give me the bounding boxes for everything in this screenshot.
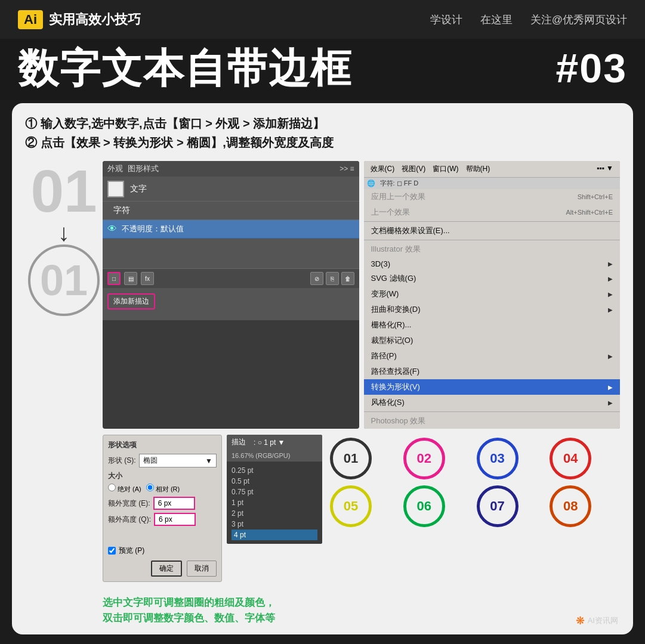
doc-settings[interactable]: 文档栅格效果设置(E)... — [364, 223, 621, 239]
step1-text: ① 输入数字,选中数字,点击【窗口 > 外观 > 添加新描边】 — [25, 114, 620, 133]
menu-divider-1 — [364, 221, 621, 222]
menu-effects[interactable]: 效果(C) — [367, 163, 399, 175]
menu-window[interactable]: 窗口(W) — [429, 163, 462, 175]
cancel-button[interactable]: 取消 — [187, 561, 217, 577]
header-title-block: Ai 实用高效小技巧 — [18, 10, 141, 29]
circle-02: 02 — [403, 438, 445, 479]
stroke-2pt: 2 pt — [232, 508, 317, 519]
add-stroke-container: 添加新描边 — [103, 288, 359, 312]
add-stroke-btn[interactable]: 添加新描边 — [107, 293, 155, 309]
ap-text-row: 文字 — [103, 177, 359, 202]
abs-radio[interactable] — [108, 484, 116, 491]
stroke-panel: 描边 : ○ 1 pt ▼ 16.67% (RGB/GPU) 0.25 pt 0… — [227, 435, 322, 544]
fx-icon-btn[interactable]: fx — [141, 272, 154, 285]
convert-shape[interactable]: 转换为形状(V) ▶ 矩形(R)... 圆角矩形(D)... 椭圆(E)... — [364, 379, 621, 395]
shape-label: 形状 (S): — [108, 456, 136, 466]
effects-menu-bar: 效果(C) 视图(V) 窗口(W) 帮助(H) ▪▪▪ ▼ — [364, 161, 621, 178]
rasterize[interactable]: 栅格化(R)... — [364, 317, 621, 333]
appearance-panel-body: 文字 字符 👁 不透明度：默认值 □ — [103, 177, 359, 320]
header-right: 学设计 在这里 关注@优秀网页设计 — [430, 13, 627, 27]
circle-06: 06 — [403, 485, 445, 527]
roughen[interactable]: 风格化(S) ▶ — [364, 395, 621, 410]
watermark-flower-icon: ❋ — [576, 614, 585, 627]
effect-3d[interactable]: 3D(3) ▶ — [364, 257, 621, 271]
circle-03: 03 — [477, 438, 519, 479]
content-card: ① 输入数字,选中数字,点击【窗口 > 外观 > 添加新描边】 ② 点击【效果 … — [12, 103, 633, 634]
warp[interactable]: 扭曲和变换(D) ▶ — [364, 302, 621, 317]
size-section-label: 大小 — [108, 471, 217, 481]
ap-char-row: 字符 — [103, 202, 359, 220]
bottom-desc-line1: 选中文字即可调整圆圈的粗细及颜色， — [103, 595, 620, 611]
stroke-0.25pt: 0.25 pt — [232, 465, 317, 476]
tutorial-main: 01 ↓ 01 外观 图形样式 >> ≡ — [25, 161, 620, 626]
shape-value: 椭圆 — [143, 456, 158, 466]
main-title-section: 数字文本自带边框 #03 — [0, 39, 645, 100]
preview-row: 预览 (P) — [108, 546, 217, 556]
header-bar: Ai 实用高效小技巧 学设计 在这里 关注@优秀网页设计 — [0, 0, 645, 39]
big-num-1: 01 — [30, 161, 97, 221]
svg-filters[interactable]: SVG 滤镜(G) ▶ — [364, 271, 621, 286]
circle-01: 01 — [330, 438, 372, 479]
stroke-3pt: 3 pt — [232, 519, 317, 530]
ap-bottom-bar: □ ▤ fx ⊘ ⎘ 🗑 — [103, 268, 359, 288]
effects-panel-body: 效果(C) 视图(V) 窗口(W) 帮助(H) ▪▪▪ ▼ 🌐 字符: ◻ FF… — [364, 161, 621, 429]
ap-char-label: 字符 — [113, 205, 130, 216]
tool-label: 字符: ◻ FF D — [380, 179, 419, 188]
trash-icon-btn[interactable]: 🗑 — [341, 272, 354, 285]
rel-radio-label[interactable]: 相对 (R) — [146, 484, 180, 494]
shape-style-tab: 图形样式 — [128, 163, 159, 174]
stroke-1pt: 1 pt — [232, 497, 317, 508]
big-num-circle: 01 — [28, 244, 100, 316]
preview-checkbox[interactable] — [108, 547, 116, 555]
menu-divider-2 — [364, 240, 621, 240]
shape-row: 形状 (S): 椭圆 ▼ — [108, 454, 217, 467]
icon-group-right: ⊘ ⎘ 🗑 — [310, 272, 354, 285]
bottom-row: 形状选项 形状 (S): 椭圆 ▼ 大小 绝对 (A) — [103, 435, 620, 582]
layer-icon-btn[interactable]: ▤ — [124, 272, 137, 285]
no-icon-btn[interactable]: ⊘ — [310, 272, 323, 285]
tool-bar: 🌐 字符: ◻ FF D — [364, 178, 621, 189]
ap-opacity-row: 👁 不透明度：默认值 — [103, 220, 359, 239]
extra-width-label: 额外宽度 (E): — [108, 499, 150, 509]
globe-icon: 🌐 — [367, 179, 375, 187]
stroke-weight-display: : ○ 1 pt ▼ — [254, 438, 285, 447]
menu-extra: ▪▪▪ ▼ — [593, 163, 617, 175]
eye-icon: 👁 — [107, 224, 117, 234]
copy-icon-btn[interactable]: ⎘ — [326, 272, 339, 285]
crop-marks[interactable]: 裁型标记(O) — [364, 333, 621, 348]
size-radio-group: 绝对 (A) 相对 (R) — [108, 484, 217, 494]
abs-radio-label[interactable]: 绝对 (A) — [108, 484, 141, 494]
header-follow: 关注@优秀网页设计 — [530, 13, 627, 27]
dialog-btn-row: 确定 取消 — [108, 561, 217, 577]
watermark-text: AI资讯网 — [588, 615, 618, 626]
extra-height-input[interactable] — [154, 513, 196, 526]
circle-07: 07 — [477, 485, 519, 527]
menu-view[interactable]: 视图(V) — [398, 163, 429, 175]
watermark: ❋ AI资讯网 — [576, 614, 618, 627]
rel-radio[interactable] — [146, 484, 154, 491]
extra-width-input[interactable] — [153, 497, 195, 510]
extra-height-label: 额外高度 (Q): — [108, 515, 151, 525]
preview-label: 预览 (P) — [119, 546, 144, 556]
appearance-panel: 外观 图形样式 >> ≡ 文字 字符 — [103, 161, 359, 429]
path[interactable]: 路径(P) ▶ — [364, 348, 621, 364]
shape-spacer — [108, 529, 217, 541]
panel-controls: >> ≡ — [340, 165, 354, 173]
color-circles-grid: 01 02 03 04 05 06 07 08 — [327, 435, 620, 530]
circle-05: 05 — [330, 485, 372, 527]
bottom-desc: 选中文字即可调整圆圈的粗细及颜色， 双击即可调整数字颜色、数值、字体等 — [103, 595, 620, 626]
shape-dialog: 形状选项 形状 (S): 椭圆 ▼ 大小 绝对 (A) — [103, 435, 222, 582]
photoshop-effects: Photoshop 效果 — [364, 413, 621, 429]
deform[interactable]: 变形(W) ▶ — [364, 286, 621, 302]
right-content: 外观 图形样式 >> ≡ 文字 字符 — [103, 161, 620, 626]
square-icon-btn[interactable]: □ — [107, 272, 121, 285]
stroke-values-list: 0.25 pt 0.5 pt 0.75 pt 1 pt — [227, 462, 322, 544]
stroke-4pt-active: 4 pt — [232, 530, 317, 540]
ok-button[interactable]: 确定 — [151, 561, 182, 577]
menu-help[interactable]: 帮助(H) — [462, 163, 494, 175]
path-finder[interactable]: 路径查找器(F) — [364, 364, 621, 379]
arrow-down: ↓ — [58, 221, 70, 244]
shape-dropdown[interactable]: 椭圆 ▼ — [139, 454, 217, 467]
shape-dialog-title: 形状选项 — [108, 440, 217, 450]
last-effect: 上一个效果 Alt+Shift+Ctrl+E — [364, 205, 621, 220]
